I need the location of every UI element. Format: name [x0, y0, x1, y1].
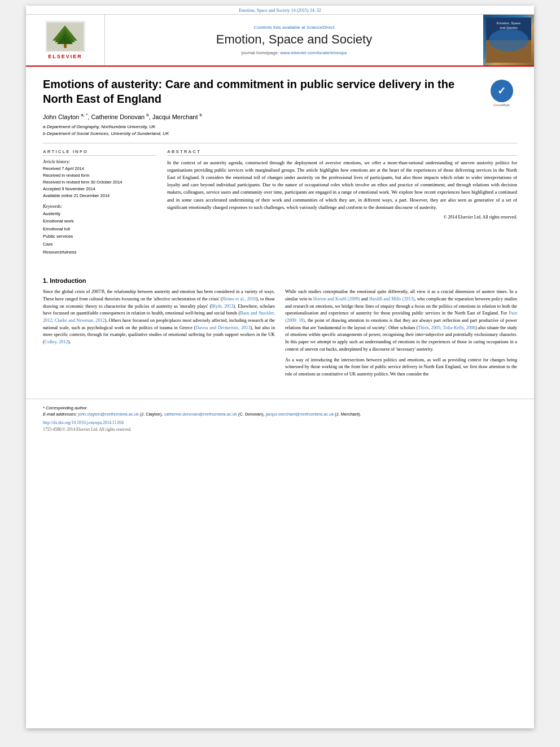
article-history: Article history: Received 7 April 2014 R…: [43, 159, 156, 199]
abstract-label: ABSTRACT: [167, 149, 517, 156]
keyword-6: Resourcefulness: [43, 248, 156, 256]
ref-basu[interactable]: Basu and Stuckler, 2012; Clarke and Newm…: [43, 311, 275, 323]
article-title: Emotions of austerity: Care and commitme…: [43, 77, 472, 106]
accepted-date: Accepted 9 November 2014: [43, 186, 156, 193]
journal-homepage-line: journal homepage: www.elsevier.com/locat…: [242, 50, 347, 55]
ref-horton[interactable]: Horton and Kraftl (2009): [313, 296, 360, 302]
email-donovan-name: (C. Donovan),: [238, 412, 266, 417]
abstract-copyright: © 2014 Elsevier Ltd. All rights reserved…: [167, 215, 517, 220]
corresponding-author-note: * Corresponding author.: [43, 405, 517, 411]
affiliations: a Department of Geography, Northumbria U…: [43, 124, 517, 137]
ref-heims[interactable]: Heims et al., 2010: [222, 296, 256, 302]
divider: [43, 143, 517, 143]
received-revised-date: Received in revised formReceived in revi…: [43, 172, 156, 186]
ref-blyth[interactable]: Blyth, 2013: [211, 304, 233, 309]
body-para-3: As a way of introducing the intersection…: [285, 357, 517, 378]
section-title: Introduction: [50, 277, 86, 284]
email-label: E-mail addresses:: [43, 412, 78, 417]
abstract-panel: ABSTRACT In the context of an austerity …: [167, 149, 517, 261]
doi-link[interactable]: http://dx.doi.org/10.1016/j.emospa.2014.…: [43, 420, 517, 425]
history-label: Article history:: [43, 159, 156, 164]
crossmark-label: CrossMark: [493, 103, 510, 107]
contents-label: Contents lists available at: [254, 25, 305, 30]
email-clayton-name: (J. Clayton),: [140, 412, 164, 417]
keyword-5: Care: [43, 241, 156, 248]
keyword-3: Emotional toll: [43, 225, 156, 233]
intro-section-title: 1. Introduction: [43, 277, 517, 284]
email-donovan[interactable]: catherine.donovan@northumbria.ac.uk: [164, 412, 237, 417]
body-col-left: Since the global crisis of 2007/8, the r…: [43, 289, 275, 381]
email-addresses: E-mail addresses: john.clayton@northumbr…: [43, 411, 517, 417]
article-content: Emotions of austerity: Care and commitme…: [26, 67, 534, 272]
ref-thien[interactable]: Thien, 2005; Tolia-Kelly, 2006: [418, 325, 475, 330]
abstract-text: In the context of an austerity agenda, c…: [167, 159, 517, 211]
svg-text:Emotion, Space: Emotion, Space: [497, 21, 521, 25]
email-clayton[interactable]: john.clayton@northumbria.ac.uk: [78, 412, 139, 417]
body-col-right: While such studies conceptualise the emo…: [285, 289, 517, 381]
body-columns: Since the global crisis of 2007/8, the r…: [43, 289, 517, 381]
body-para-2: While such studies conceptualise the emo…: [285, 289, 517, 353]
ref-colley[interactable]: Colley, 2012: [45, 339, 68, 344]
page-footer: * Corresponding author. E-mail addresses…: [26, 399, 534, 438]
homepage-url[interactable]: www.elsevier.com/locate/emospa: [280, 50, 347, 55]
article-info-label: ARTICLE INFO: [43, 149, 156, 156]
elsevier-tree-image: [46, 21, 85, 52]
journal-center-area: Contents lists available at ScienceDirec…: [105, 15, 483, 65]
email-merchant-name: (J. Merchant).: [335, 412, 361, 417]
journal-citation: Emotion, Space and Society 14 (2015) 24–…: [239, 8, 321, 13]
ref-pain[interactable]: Pain (2009: 18): [285, 311, 517, 323]
footer-issn-copyright: 1755-4586/© 2014 Elsevier Ltd. All right…: [43, 427, 517, 432]
keyword-list: Austerity Emotional work Emotional toll …: [43, 210, 156, 256]
crossmark-area: ✓ CrossMark: [486, 77, 517, 107]
body-para-1: Since the global crisis of 2007/8, the r…: [43, 289, 275, 346]
svg-text:and Society: and Society: [500, 26, 517, 29]
keyword-2: Emotional work: [43, 217, 156, 225]
article-info-panel: ARTICLE INFO Article history: Received 7…: [43, 149, 156, 261]
elsevier-logo-area: ELSEVIER: [26, 15, 105, 65]
page: Emotion, Space and Society 14 (2015) 24–…: [26, 6, 534, 728]
keyword-4: Public services: [43, 233, 156, 241]
journal-title: Emotion, Space and Society: [216, 32, 372, 47]
journal-cover-image: Emotion, Space and Society: [483, 15, 534, 65]
journal-header: ELSEVIER Contents lists available at Sci…: [26, 15, 534, 67]
ref-hardill[interactable]: Hardill and Mills (2013): [369, 296, 415, 302]
keywords-section: Keywords: Austerity Emotional work Emoti…: [43, 204, 156, 256]
email-merchant[interactable]: jacqui.merchant@northumbria.ac.uk: [266, 412, 334, 417]
homepage-label: journal homepage:: [242, 50, 279, 55]
crossmark-icon: ✓: [491, 80, 513, 102]
available-date: Available online 21 December 2014: [43, 193, 156, 199]
footnote-star: * Corresponding author.: [43, 405, 88, 410]
keywords-label: Keywords:: [43, 204, 156, 209]
ref-davou[interactable]: Davou and Dermertzis, 2013: [195, 325, 250, 330]
title-crossmark-row: Emotions of austerity: Care and commitme…: [43, 77, 517, 107]
doi[interactable]: http://dx.doi.org/10.1016/j.emospa.2014.…: [43, 420, 124, 425]
sciencedirect-link[interactable]: Contents lists available at ScienceDirec…: [254, 25, 334, 30]
info-abstract-columns: ARTICLE INFO Article history: Received 7…: [43, 149, 517, 261]
authors-line: John Clayton a, *, Catherine Donovan b, …: [43, 112, 517, 120]
elsevier-brand: ELSEVIER: [48, 54, 82, 59]
sciencedirect-text[interactable]: ScienceDirect: [307, 25, 334, 30]
affiliation-b: b Department of Social Sciences, Univers…: [43, 130, 517, 137]
affiliation-a: a Department of Geography, Northumbria U…: [43, 124, 517, 130]
svg-point-7: [489, 29, 528, 51]
received-date: Received 7 April 2014: [43, 165, 156, 172]
main-body: 1. Introduction Since the global crisis …: [26, 272, 534, 392]
section-number: 1.: [43, 277, 48, 284]
journal-citation-bar: Emotion, Space and Society 14 (2015) 24–…: [26, 6, 534, 15]
keyword-1: Austerity: [43, 210, 156, 218]
